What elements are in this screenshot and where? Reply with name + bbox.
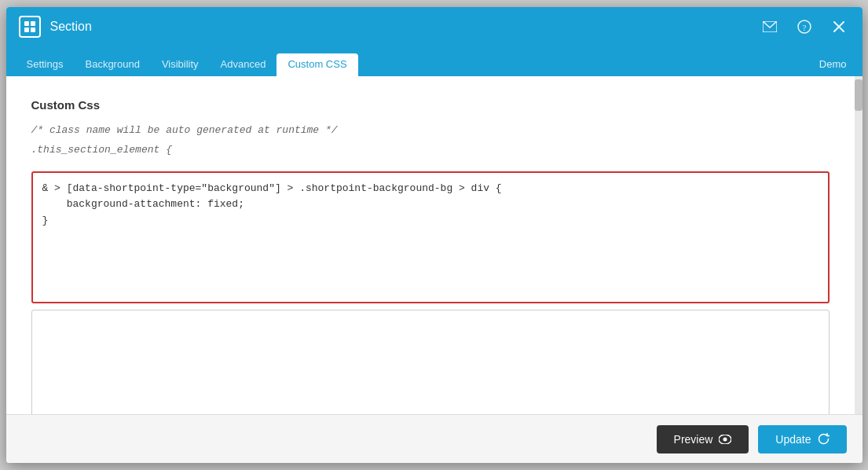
footer: Preview Update <box>6 414 863 463</box>
title-bar-actions: ? <box>759 16 850 38</box>
scrollbar-thumb[interactable] <box>855 79 863 111</box>
tab-bar: Settings Background Visibility Advanced … <box>6 46 863 76</box>
svg-rect-3 <box>31 28 35 32</box>
section-heading: Custom Css <box>31 98 830 112</box>
close-button[interactable] <box>828 16 850 38</box>
demo-link[interactable]: Demo <box>813 53 853 76</box>
preview-button[interactable]: Preview <box>657 425 749 453</box>
help-icon: ? <box>797 20 811 34</box>
close-icon <box>833 21 844 32</box>
tab-visibility[interactable]: Visibility <box>151 53 210 76</box>
css-code-block: & > [data-shortpoint-type="background"] … <box>31 171 830 303</box>
help-button[interactable]: ? <box>793 16 815 38</box>
scrollbar-track[interactable] <box>855 76 863 414</box>
css-code-input[interactable]: & > [data-shortpoint-type="background"] … <box>33 173 828 299</box>
comment-line-2: .this_section_element { <box>31 142 830 159</box>
email-icon <box>763 21 777 32</box>
svg-rect-2 <box>24 28 29 32</box>
content-area: Custom Css /* class name will be auto ge… <box>6 76 863 414</box>
update-button[interactable]: Update <box>758 425 846 453</box>
svg-text:?: ? <box>802 23 806 32</box>
comment-line-1: /* class name will be auto generated at … <box>31 123 830 139</box>
refresh-icon <box>818 433 830 445</box>
css-extra-input[interactable] <box>31 310 830 414</box>
app-logo <box>19 16 41 38</box>
svg-rect-0 <box>24 21 29 26</box>
svg-point-10 <box>723 437 727 441</box>
tab-background[interactable]: Background <box>74 53 150 76</box>
modal-title: Section <box>50 20 759 34</box>
tab-advanced[interactable]: Advanced <box>210 53 277 76</box>
title-bar: Section ? <box>6 7 863 46</box>
tab-settings[interactable]: Settings <box>16 53 75 76</box>
svg-rect-1 <box>31 21 35 26</box>
logo-icon <box>24 20 36 33</box>
modal-dialog: Section ? <box>6 7 863 463</box>
main-panel: Custom Css /* class name will be auto ge… <box>6 76 855 414</box>
eye-icon <box>719 435 731 444</box>
email-button[interactable] <box>759 16 781 38</box>
tab-custom-css[interactable]: Custom CSS <box>277 53 357 76</box>
